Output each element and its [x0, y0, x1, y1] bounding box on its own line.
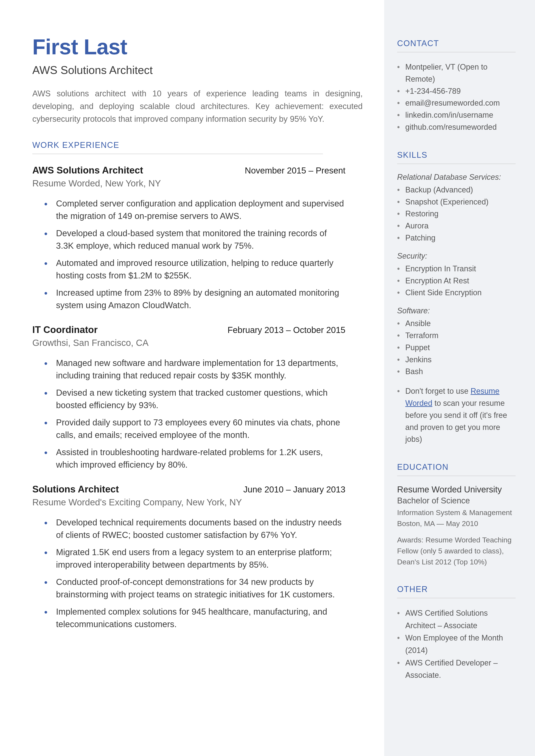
job-bullet: Automated and improved resource utilizat… — [56, 257, 363, 282]
skills-block: SKILLS Relational Database Services:Back… — [397, 151, 516, 445]
job-bullet: Completed server configuration and appli… — [56, 197, 363, 222]
job-bullet: Migrated 1.5K end users from a legacy sy… — [56, 546, 363, 571]
candidate-title: AWS Solutions Architect — [32, 64, 363, 76]
job-title: AWS Solutions Architect — [32, 165, 143, 176]
skill-list: Encryption In TransitEncryption At RestC… — [397, 263, 516, 299]
other-item: AWS Certified Developer – Associate. — [397, 657, 516, 682]
job-bullet: Devised a new ticketing system that trac… — [56, 386, 363, 411]
skill-item: Backup (Advanced) — [397, 184, 516, 196]
section-other-heading: OTHER — [397, 585, 516, 594]
edu-location: Boston, MA — May 2010 — [397, 518, 516, 529]
other-item: AWS Certified Solutions Architect – Asso… — [397, 607, 516, 632]
edu-subject: Information System & Management — [397, 507, 516, 518]
job-bullets: Developed technical requirements documen… — [32, 516, 363, 630]
education-block: EDUCATION Resume Worded University Bache… — [397, 462, 516, 568]
divider — [397, 52, 516, 52]
skill-item: Restoring — [397, 208, 516, 220]
section-education-heading: EDUCATION — [397, 462, 516, 472]
contact-item: github.com/resumeworded — [397, 121, 516, 133]
skill-group-heading: Relational Database Services: — [397, 173, 516, 182]
candidate-name: First Last — [32, 35, 363, 59]
skill-item: Terraform — [397, 329, 516, 342]
tip-pre: Don't forget to use — [405, 387, 470, 395]
summary-text: AWS solutions architect with 10 years of… — [32, 87, 363, 126]
section-contact-heading: CONTACT — [397, 39, 516, 48]
skill-item: Aurora — [397, 220, 516, 232]
main-column: First Last AWS Solutions Architect AWS s… — [0, 0, 384, 756]
job-bullet: Implemented complex solutions for 945 he… — [56, 605, 363, 630]
skill-list: Backup (Advanced)Snapshot (Experienced)R… — [397, 184, 516, 244]
skill-list: AnsibleTerraformPuppetJenkinsBash — [397, 318, 516, 378]
other-list: AWS Certified Solutions Architect – Asso… — [397, 607, 516, 682]
job-bullet: Managed new software and hardware implem… — [56, 357, 363, 382]
jobs-container: AWS Solutions ArchitectNovember 2015 – P… — [32, 165, 363, 630]
contact-item: linkedin.com/in/username — [397, 109, 516, 121]
job-header: AWS Solutions ArchitectNovember 2015 – P… — [32, 165, 363, 176]
skill-item: Client Side Encryption — [397, 287, 516, 299]
job-bullets: Completed server configuration and appli… — [32, 197, 363, 311]
contact-block: CONTACT Montpelier, VT (Open to Remote)+… — [397, 39, 516, 133]
job-location: Resume Worded, New York, NY — [32, 178, 363, 188]
skill-group-heading: Software: — [397, 306, 516, 315]
job-header: IT CoordinatorFebruary 2013 – October 20… — [32, 324, 363, 335]
skill-item: Encryption At Rest — [397, 275, 516, 287]
edu-degree: Bachelor of Science — [397, 496, 516, 505]
contact-list: Montpelier, VT (Open to Remote)+1-234-45… — [397, 61, 516, 133]
job-dates: February 2013 – October 2015 — [228, 325, 345, 335]
job-bullet: Conducted proof-of-concept demonstration… — [56, 575, 363, 601]
contact-item: Montpelier, VT (Open to Remote) — [397, 61, 516, 85]
section-skills-heading: SKILLS — [397, 151, 516, 160]
job-dates: November 2015 – Present — [245, 166, 345, 176]
other-item: Won Employee of the Month (2014) — [397, 632, 516, 657]
other-block: OTHER AWS Certified Solutions Architect … — [397, 585, 516, 682]
job-bullet: Assisted in troubleshooting hardware-rel… — [56, 446, 363, 471]
skill-item: Puppet — [397, 342, 516, 354]
job-title: Solutions Architect — [32, 484, 119, 494]
skills-container: Relational Database Services:Backup (Adv… — [397, 173, 516, 378]
skill-item: Ansible — [397, 318, 516, 329]
job-header: Solutions ArchitectJune 2010 – January 2… — [32, 484, 363, 494]
contact-item: email@resumeworded.com — [397, 97, 516, 109]
job-bullet: Developed a cloud-based system that moni… — [56, 227, 363, 252]
skills-tip: Don't forget to use Resume Worded to sca… — [397, 385, 516, 445]
job-bullet: Increased uptime from 23% to 89% by desi… — [56, 286, 363, 311]
skill-item: Snapshot (Experienced) — [397, 196, 516, 208]
job-bullets: Managed new software and hardware implem… — [32, 357, 363, 471]
sidebar: CONTACT Montpelier, VT (Open to Remote)+… — [384, 0, 535, 756]
job-location: Resume Worded's Exciting Company, New Yo… — [32, 497, 363, 508]
skill-item: Encryption In Transit — [397, 263, 516, 275]
skill-group-heading: Security: — [397, 251, 516, 261]
contact-item: +1-234-456-789 — [397, 85, 516, 97]
job-bullet: Developed technical requirements documen… — [56, 516, 363, 541]
divider — [397, 598, 516, 598]
job-bullet: Provided daily support to 73 employees e… — [56, 416, 363, 441]
edu-school: Resume Worded University — [397, 485, 516, 494]
divider — [32, 154, 323, 154]
skill-item: Jenkins — [397, 354, 516, 366]
divider — [397, 476, 516, 476]
skill-item: Bash — [397, 366, 516, 378]
skill-item: Patching — [397, 232, 516, 244]
job-location: Growthsi, San Francisco, CA — [32, 338, 363, 348]
section-work-heading: WORK EXPERIENCE — [32, 141, 363, 150]
edu-awards: Awards: Resume Worded Teaching Fellow (o… — [397, 534, 516, 568]
job-dates: June 2010 – January 2013 — [243, 485, 345, 494]
divider — [397, 164, 516, 164]
job-title: IT Coordinator — [32, 324, 98, 335]
